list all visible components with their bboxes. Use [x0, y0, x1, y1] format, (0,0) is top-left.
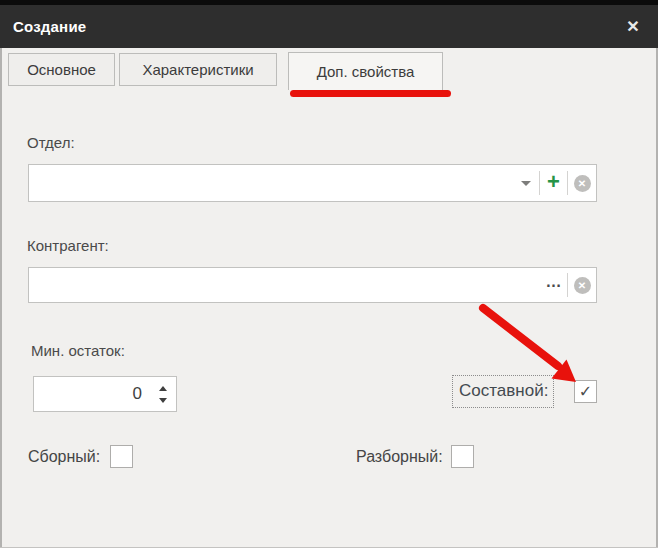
tab-label: Характеристики [142, 61, 253, 78]
department-combobox[interactable]: + ✕ [28, 164, 597, 202]
department-label: Отдел: [27, 133, 75, 153]
composite-checkbox[interactable]: ✓ [574, 380, 597, 403]
tab-dop-svoystva[interactable]: Доп. свойства [288, 52, 443, 90]
counterparty-field[interactable]: … ✕ [28, 267, 597, 303]
tab-label: Основное [27, 61, 96, 78]
department-input[interactable] [29, 165, 513, 201]
add-department-button[interactable]: + [540, 165, 567, 201]
browse-counterparty-button[interactable]: … [541, 268, 567, 302]
chevron-down-icon [521, 181, 531, 186]
tab-label: Доп. свойства [317, 63, 415, 80]
close-icon[interactable]: ✕ [618, 5, 648, 48]
spin-up-icon[interactable] [159, 386, 167, 391]
red-underline-annotation [290, 90, 451, 97]
assembled-label: Сборный: [28, 445, 100, 468]
dropdown-button[interactable] [513, 165, 539, 201]
collapsible-label: Разборный: [356, 445, 443, 468]
clear-department-button[interactable]: ✕ [568, 165, 596, 201]
checkmark-icon: ✓ [579, 382, 592, 401]
min-stock-spinner[interactable] [33, 376, 177, 412]
ellipsis-icon: … [546, 274, 563, 290]
tab-osnovnoe[interactable]: Основное [8, 53, 115, 86]
plus-icon: + [547, 171, 560, 193]
composite-label: Составной: [459, 381, 548, 400]
assembled-checkbox[interactable] [110, 445, 133, 468]
tab-strip: Основное Характеристики Доп. свойства [2, 48, 656, 89]
min-stock-input[interactable] [34, 377, 176, 411]
create-dialog: Создание ✕ Основное Характеристики Доп. … [0, 0, 658, 548]
composite-label-focus: Составной: [452, 375, 554, 408]
counterparty-label: Контрагент: [27, 236, 109, 256]
spinner-buttons[interactable] [159, 377, 167, 411]
min-stock-label: Мин. остаток: [31, 341, 125, 361]
clear-circle-icon: ✕ [574, 277, 591, 294]
clear-counterparty-button[interactable]: ✕ [568, 268, 596, 302]
tab-kharakteristiki[interactable]: Характеристики [119, 53, 277, 86]
counterparty-input[interactable] [29, 268, 541, 302]
title-bar[interactable]: Создание ✕ [0, 5, 658, 48]
clear-circle-icon: ✕ [574, 175, 591, 192]
window-left-border [0, 48, 2, 548]
spin-down-icon[interactable] [159, 398, 167, 403]
collapsible-checkbox[interactable] [451, 445, 474, 468]
dialog-title: Создание [0, 18, 86, 35]
